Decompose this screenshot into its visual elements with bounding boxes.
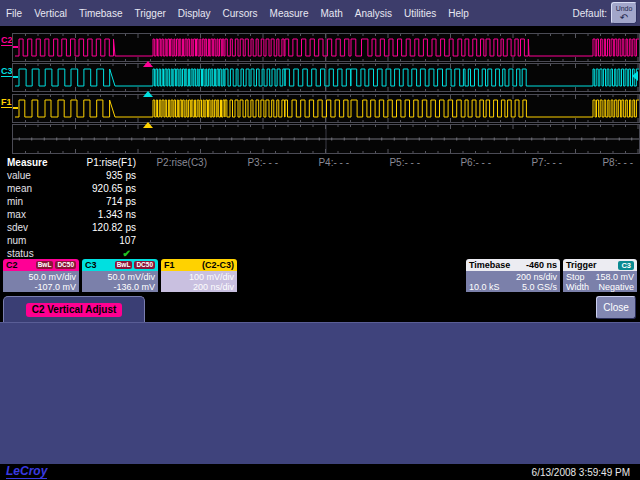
trace-label-c3[interactable]: C3 [1,66,13,77]
f1-descriptor[interactable]: F1 (C2-C3) 100 mV/div 200 ns/div [161,259,237,292]
datetime: 6/13/2008 3:59:49 PM [532,467,630,478]
c2-trigger-position-marker[interactable] [143,61,153,67]
timebase-samples: 10.0 kS [469,282,500,292]
trigger-source-badge: C3 [618,261,634,270]
timebase-tdiv: 200 ns/div [469,272,557,282]
f1-grid [12,94,640,123]
trigger-title: Trigger [566,260,597,270]
undo-icon: ↶ [612,13,636,22]
trigger-type: Width [566,282,589,292]
c3-waveform[interactable] [13,64,639,91]
c3-bwl-badge: BwL [115,261,133,269]
c3-dc50-badge: DC50 [134,261,155,269]
c3-vdiv: 50.0 mV/div [85,272,155,282]
measure-row-value: value [0,169,70,182]
c2-bwl-badge: BwL [36,261,54,269]
menu-vertical[interactable]: Vertical [28,8,73,19]
menu-help[interactable]: Help [442,8,475,19]
c3-descriptor-id: C3 [85,260,97,270]
trigger-level-marker[interactable] [632,71,638,81]
c2-waveform[interactable] [13,34,639,61]
measure-col-p3[interactable]: P3:- - - [212,156,283,169]
menu-file[interactable]: File [0,8,28,19]
trace-label-f1[interactable]: F1 [1,97,12,108]
p1-mean: 920.65 ps [70,182,141,195]
trigger-descriptor[interactable]: Trigger C3 Stop 158.0 mV Width Negative [563,259,637,292]
c3-descriptor[interactable]: C3 BwL DC50 50.0 mV/div -136.0 mV [82,259,158,292]
timebase-rate: 5.0 GS/s [522,282,557,292]
measure-col-p7[interactable]: P7:- - - [496,156,567,169]
menu-display[interactable]: Display [172,8,217,19]
measure-col-p6[interactable]: P6:- - - [425,156,496,169]
f1-descriptor-id: F1 [164,260,175,270]
c2-vdiv: 50.0 mV/div [6,272,76,282]
default-label: Default: [573,8,607,19]
timebase-title: Timebase [469,260,510,270]
menu-bar: File Vertical Timebase Trigger Display C… [0,0,640,26]
c3-trigger-position-marker[interactable] [143,91,153,97]
c2-dc50-badge: DC50 [55,261,76,269]
menu-math[interactable]: Math [315,8,349,19]
f1-vdiv: 100 mV/div [164,272,234,282]
menu-trigger[interactable]: Trigger [128,8,171,19]
c2-vertical-adjust-dialog: Trace On ✔ Volts/div 50.0 mV Variable Ga… [0,322,640,464]
empty-grid-axis [13,125,639,153]
f1-waveform[interactable] [13,95,639,122]
trigger-mode: Stop [566,272,585,282]
timebase-descriptor[interactable]: Timebase -460 ns 200 ns/div 10.0 kS 5.0 … [466,259,560,292]
measure-row-mean: mean [0,182,70,195]
trace-label-c2[interactable]: C2 [1,35,13,46]
trigger-slope: Negative [598,282,634,292]
p1-min: 714 ps [70,195,141,208]
oscilloscope-screen: File Vertical Timebase Trigger Display C… [0,0,640,480]
c3-grid [12,63,640,92]
close-button[interactable]: Close [596,296,636,319]
measure-col-p5[interactable]: P5:- - - [354,156,425,169]
f1-source: (C2-C3) [202,260,234,270]
f1-trigger-position-marker[interactable] [143,122,153,128]
p1-max: 1.343 ns [70,208,141,221]
menu-measure[interactable]: Measure [264,8,315,19]
p1-value: 935 ps [70,169,141,182]
measure-table: Measure P1:rise(F1) P2:rise(C3) P3:- - -… [0,156,640,260]
tab-label: C2 Vertical Adjust [26,303,123,317]
tab-c2-vertical-adjust[interactable]: C2 Vertical Adjust [3,296,145,322]
measure-row-num: num [0,234,70,247]
dialog-tab-row: C2 Vertical Adjust Close [0,293,640,322]
measure-row-min: min [0,195,70,208]
c3-offset: -136.0 mV [85,282,155,292]
menu-timebase[interactable]: Timebase [73,8,129,19]
f1-tdiv: 200 ns/div [164,282,234,292]
measure-col-p1[interactable]: P1:rise(F1) [70,156,141,169]
measure-title: Measure [0,156,70,169]
p1-num: 107 [70,234,141,247]
measure-col-p8[interactable]: P8:- - - [567,156,638,169]
lecroy-logo: LeCroy [6,465,47,479]
timebase-delay: -460 ns [526,260,557,270]
status-bar: LeCroy 6/13/2008 3:59:49 PM [0,464,640,480]
c2-descriptor[interactable]: C2 BwL DC50 50.0 mV/div -107.0 mV [3,259,79,292]
menu-utilities[interactable]: Utilities [398,8,442,19]
measure-col-p2[interactable]: P2:rise(C3) [141,156,212,169]
menu-cursors[interactable]: Cursors [217,8,264,19]
measure-row-sdev: sdev [0,221,70,234]
menu-analysis[interactable]: Analysis [349,8,398,19]
c2-descriptor-id: C2 [6,260,18,270]
trigger-level: 158.0 mV [595,272,634,282]
p1-sdev: 120.82 ps [70,221,141,234]
empty-grid [12,124,640,154]
measure-row-max: max [0,208,70,221]
c2-grid [12,33,640,62]
measure-col-p4[interactable]: P4:- - - [283,156,354,169]
c2-offset: -107.0 mV [6,282,76,292]
undo-button[interactable]: Undo ↶ [611,2,637,24]
